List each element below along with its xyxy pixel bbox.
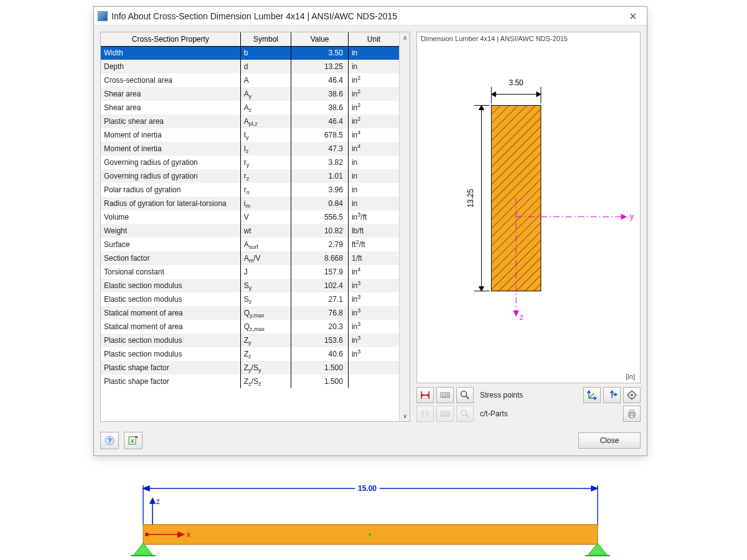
cell-value: 3.50 — [291, 46, 349, 60]
cell-value: 556.5 — [291, 210, 349, 224]
table-row[interactable]: Plastic shape factorZz/Sz1.500 — [101, 375, 399, 388]
table-row[interactable]: Radius of gyration for lateral-torsionai… — [101, 197, 399, 210]
axes-toggle-button[interactable] — [583, 387, 601, 403]
cell-value: 153.6 — [291, 334, 349, 347]
svg-text:123: 123 — [441, 412, 449, 416]
table-row[interactable]: Torsional constantJ157.9in4 — [101, 265, 399, 279]
cell-property: Moment of inertia — [101, 142, 240, 156]
cell-unit: in3 — [348, 320, 399, 334]
table-row[interactable]: VolumeV556.5in3/ft — [101, 210, 399, 224]
dialog-footer: ? X Close — [94, 428, 647, 455]
section-preview[interactable]: Dimension Lumber 4x14 | ANSI/AWC NDS-201… — [416, 32, 641, 383]
properties-scroll[interactable]: Cross-Section Property Symbol Value Unit… — [101, 32, 399, 421]
stress-numbers-button[interactable]: 123 — [436, 387, 454, 403]
cell-property: Elastic section modulus — [101, 279, 240, 292]
cell-unit: in — [348, 46, 399, 60]
table-row[interactable]: Moment of inertiaIy678.5in4 — [101, 128, 399, 142]
cell-symbol: Am/V — [240, 251, 291, 265]
stress-points-label: Stress points — [480, 391, 523, 399]
tool-row-stress: 123 Stress points — [416, 387, 641, 403]
cell-value: 1.01 — [291, 169, 349, 183]
table-row[interactable]: Governing radius of gyrationrz1.01in — [101, 169, 399, 183]
cell-unit — [348, 361, 399, 375]
cell-value: 40.6 — [291, 347, 349, 361]
cell-unit: in — [348, 60, 399, 73]
close-icon[interactable] — [619, 7, 647, 26]
stress-zoom-button[interactable] — [456, 387, 474, 403]
cell-property: Moment of inertia — [101, 128, 240, 142]
export-excel-button[interactable]: X — [124, 432, 143, 449]
stress-dimension-button[interactable] — [416, 387, 434, 403]
table-row[interactable]: Moment of inertiaIz47.3in4 — [101, 142, 399, 156]
col-header-property[interactable]: Cross-Section Property — [101, 32, 240, 46]
dialog-body: Cross-Section Property Symbol Value Unit… — [94, 26, 647, 428]
table-row[interactable]: Widthb3.50in — [101, 46, 399, 60]
cell-symbol: Sy — [240, 279, 291, 292]
cell-property: Polar radius of gyration — [101, 183, 240, 197]
cell-unit: in2 — [348, 87, 399, 101]
table-row[interactable]: Shear areaAz38.6in2 — [101, 101, 399, 114]
table-row[interactable]: Governing radius of gyrationry3.82in — [101, 156, 399, 169]
svg-marker-6 — [491, 92, 496, 97]
cell-symbol: Sz — [240, 292, 291, 306]
svg-rect-42 — [426, 410, 429, 418]
cell-symbol: ry — [240, 156, 291, 169]
col-header-unit[interactable]: Unit — [348, 32, 399, 46]
table-row[interactable]: Polar radius of gyrationro3.96in — [101, 183, 399, 197]
scroll-down-icon[interactable]: ∨ — [400, 411, 410, 421]
vertical-scrollbar[interactable]: ∧ ∨ — [399, 32, 410, 421]
table-header-row: Cross-Section Property Symbol Value Unit — [101, 32, 399, 46]
cell-unit: in4 — [348, 142, 399, 156]
table-row[interactable]: Statical moment of areaQz,max20.3in3 — [101, 320, 399, 334]
col-header-value[interactable]: Value — [291, 32, 349, 46]
cell-value: 157.9 — [291, 265, 349, 279]
table-row[interactable]: Cross-sectional areaA46.4in2 — [101, 73, 399, 87]
close-button[interactable]: Close — [578, 432, 641, 449]
settings-button[interactable] — [623, 387, 641, 403]
cell-value: 38.6 — [291, 101, 349, 114]
table-row[interactable]: SurfaceAsurf2.79ft2/ft — [101, 238, 399, 251]
axes-principal-button[interactable] — [603, 387, 621, 403]
table-row[interactable]: Elastic section modulusSy102.4in3 — [101, 279, 399, 292]
help-button[interactable]: ? — [100, 432, 119, 449]
table-row[interactable]: Plastic shape factorZy/Sy1.500 — [101, 361, 399, 375]
table-row[interactable]: Depthd13.25in — [101, 60, 399, 73]
cell-symbol: b — [240, 46, 291, 60]
cell-unit: in — [348, 197, 399, 210]
cell-property: Volume — [101, 210, 240, 224]
cell-property: Torsional constant — [101, 265, 240, 279]
cell-property: Plastic section modulus — [101, 347, 240, 361]
table-row[interactable]: Plastic section modulusZz40.6in3 — [101, 347, 399, 361]
ct-zoom-button[interactable] — [456, 406, 474, 422]
svg-marker-68 — [133, 543, 153, 556]
table-row[interactable]: Elastic section modulusSz27.1in3 — [101, 292, 399, 306]
ct-dimension-button[interactable] — [416, 406, 434, 422]
cell-value: 3.82 — [291, 156, 349, 169]
cell-property: Plastic shape factor — [101, 375, 240, 388]
svg-marker-70 — [588, 543, 608, 556]
table-row[interactable]: Shear areaAy38.6in2 — [101, 87, 399, 101]
cell-value: 1.500 — [291, 375, 349, 388]
svg-text:X: X — [130, 438, 134, 444]
table-row[interactable]: Plastic shear areaApl,z46.4in2 — [101, 114, 399, 128]
svg-line-25 — [466, 396, 469, 399]
table-row[interactable]: Plastic section modulusZy153.6in3 — [101, 334, 399, 347]
cell-property: Statical moment of area — [101, 306, 240, 320]
col-header-symbol[interactable]: Symbol — [240, 32, 291, 46]
table-row[interactable]: Statical moment of areaQy,max76.8in3 — [101, 306, 399, 320]
ct-numbers-button[interactable]: 123 — [436, 406, 454, 422]
cell-property: Cross-sectional area — [101, 73, 240, 87]
scroll-up-icon[interactable]: ∧ — [400, 32, 410, 43]
table-row[interactable]: Weightwt10.82lb/ft — [101, 224, 399, 238]
tool-row-ct: 123 c/t-Parts — [416, 406, 641, 422]
table-row[interactable]: Section factorAm/V8.6681/ft — [101, 251, 399, 265]
info-dialog: Info About Cross-Section Dimension Lumbe… — [93, 6, 647, 456]
cell-property: Shear area — [101, 87, 240, 101]
print-button[interactable] — [623, 406, 641, 422]
cell-property: Weight — [101, 224, 240, 238]
svg-marker-29 — [588, 391, 590, 393]
properties-table-panel: Cross-Section Property Symbol Value Unit… — [100, 32, 410, 422]
cell-unit: in3 — [348, 292, 399, 306]
cell-unit: in4 — [348, 128, 399, 142]
axis-y-label: y — [630, 212, 634, 221]
